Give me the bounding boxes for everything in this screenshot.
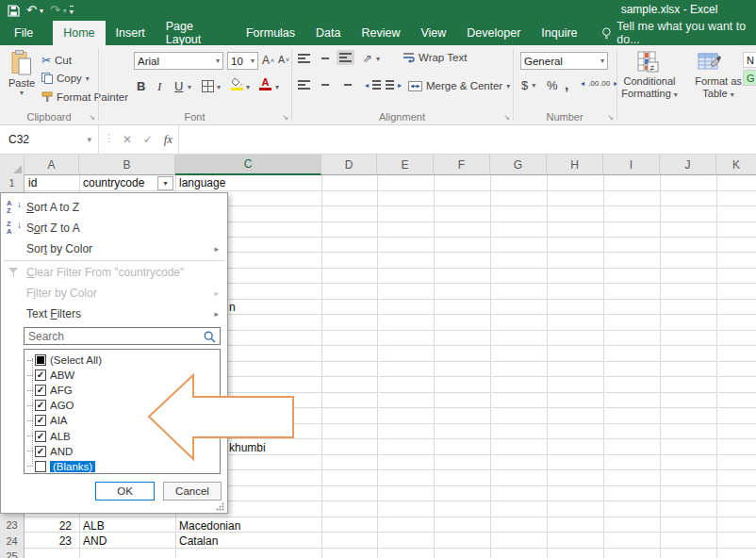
cell-style-good[interactable]: G [743, 70, 756, 86]
paste-button[interactable]: Paste ▾ [4, 50, 40, 120]
number-format-dropdown-icon[interactable]: ▾ [600, 57, 604, 65]
font-size-combo[interactable]: 10 ▾ [227, 52, 258, 70]
cell-c23[interactable]: Macedonian [179, 518, 240, 534]
tab-formulas[interactable]: Formulas [236, 21, 305, 45]
insert-function-icon[interactable]: fx [164, 132, 173, 147]
menu-item-sort-by-color[interactable]: Sort by Color ▸ [2, 238, 226, 259]
menu-item-sort-z-to-a[interactable]: ZA↓ Sort Z to A [2, 218, 226, 238]
cut-button[interactable]: ✂ Cut [41, 54, 72, 67]
merge-center-button[interactable]: Merge & Center ▾ [408, 80, 510, 91]
decrease-decimal-button[interactable]: .00▸ [600, 79, 617, 88]
column-header-c[interactable]: C [175, 155, 321, 175]
decrease-indent-button[interactable]: ◂ [365, 80, 381, 90]
top-align-button[interactable] [298, 54, 310, 63]
select-all-corner[interactable] [0, 155, 25, 175]
menu-item-sort-a-to-z[interactable]: AZ↓ Sort A to Z [2, 197, 226, 218]
filter-item-select-all[interactable]: (Select All) [25, 353, 220, 368]
customize-qat-icon[interactable]: ▾ [70, 6, 74, 16]
tell-me-box[interactable]: Tell me what you want to do... [601, 21, 756, 45]
checkbox-select-all[interactable] [35, 354, 46, 366]
fill-color-button[interactable] [231, 77, 243, 90]
copy-button[interactable]: Copy ▾ [41, 73, 90, 84]
column-header-f[interactable]: F [434, 155, 490, 175]
cell-c24[interactable]: Catalan [179, 533, 218, 550]
row-header-25[interactable]: 25 [0, 549, 24, 558]
tab-home[interactable]: Home [53, 21, 105, 45]
cell-b23[interactable]: ALB [83, 518, 105, 534]
countrycode-filter-button[interactable]: ▾ [157, 176, 173, 190]
number-dialog-launcher-icon[interactable]: ↘ [607, 113, 614, 122]
currency-dropdown-icon[interactable]: ▾ [532, 81, 535, 90]
column-header-i[interactable]: I [603, 155, 660, 175]
checkbox-alb[interactable]: ✓ [35, 431, 46, 442]
underline-dropdown-icon[interactable]: ▾ [188, 83, 191, 91]
undo-icon[interactable]: ↶ [26, 2, 37, 19]
bottom-align-button[interactable] [337, 50, 354, 65]
cell-c1[interactable]: language [179, 175, 225, 191]
align-right-button[interactable] [339, 80, 352, 90]
undo-dropdown-icon[interactable]: ▾ [40, 7, 43, 15]
filter-item-blanks[interactable]: (Blanks) [25, 459, 220, 474]
bold-button[interactable]: B [137, 79, 145, 93]
column-header-d[interactable]: D [321, 155, 377, 175]
resize-grip[interactable] [216, 502, 224, 511]
row-header-1[interactable]: 1 [0, 175, 24, 191]
paste-dropdown-icon[interactable]: ▾ [4, 89, 40, 97]
column-header-a[interactable]: A [25, 155, 79, 175]
filter-search-box[interactable] [24, 327, 221, 345]
conditional-formatting-button[interactable]: Conditional Formatting ▾ [616, 75, 682, 101]
clipboard-dialog-launcher-icon[interactable]: ↘ [89, 113, 95, 122]
orientation-button[interactable]: ⇗▾ [363, 52, 380, 65]
column-header-b[interactable]: B [79, 155, 175, 175]
cancel-entry-icon[interactable]: ✕ [123, 133, 132, 146]
middle-align-button[interactable] [319, 54, 331, 63]
tab-inquire[interactable]: Inquire [531, 21, 587, 45]
cell-a24[interactable]: 23 [25, 533, 75, 550]
formula-input[interactable] [179, 125, 756, 154]
currency-button[interactable]: $▾ [521, 78, 535, 92]
font-dialog-launcher-icon[interactable]: ↘ [282, 113, 288, 122]
align-left-button[interactable] [298, 80, 310, 90]
font-color-dropdown-icon[interactable]: ▾ [275, 83, 279, 91]
filter-search-input[interactable] [25, 328, 204, 344]
font-color-button[interactable]: A [259, 77, 271, 90]
increase-indent-button[interactable]: ▸ [386, 80, 402, 90]
increase-decimal-button[interactable]: ◂.00 [581, 79, 599, 88]
save-icon[interactable] [8, 5, 20, 17]
checkbox-blanks[interactable] [35, 461, 46, 472]
font-size-dropdown-icon[interactable]: ▾ [251, 57, 255, 65]
name-box-dropdown-icon[interactable]: ▾ [87, 135, 91, 144]
fill-color-dropdown-icon[interactable]: ▾ [246, 83, 250, 91]
cell-b24[interactable]: AND [83, 533, 107, 550]
tab-data[interactable]: Data [305, 21, 351, 45]
tab-insert[interactable]: Insert [106, 21, 156, 45]
cell-a23[interactable]: 22 [25, 518, 75, 534]
ok-button[interactable]: OK [95, 482, 155, 501]
cell-a1[interactable]: id [28, 175, 37, 191]
checkbox-afg[interactable]: ✓ [35, 385, 46, 396]
font-name-dropdown-icon[interactable]: ▾ [216, 57, 220, 65]
column-header-e[interactable]: E [377, 155, 434, 175]
row-header-23[interactable]: 23 [0, 517, 24, 533]
formula-bar-grip[interactable]: ⋮ [104, 132, 114, 144]
grow-font-button[interactable]: A˄ [262, 54, 274, 67]
cell-style-normal[interactable]: N [743, 52, 756, 68]
menu-item-text-filters[interactable]: Text Filters ▸ [2, 304, 226, 324]
copy-dropdown-icon[interactable]: ▾ [86, 74, 90, 83]
borders-button[interactable] [202, 80, 214, 92]
column-header-h[interactable]: H [547, 155, 603, 175]
tab-page-layout[interactable]: Page Layout [156, 21, 236, 45]
shrink-font-button[interactable]: A˅ [278, 54, 289, 65]
checkbox-abw[interactable]: ✓ [35, 369, 46, 381]
row-header-24[interactable]: 24 [0, 533, 24, 550]
orientation-dropdown-icon[interactable]: ▾ [376, 55, 380, 63]
cancel-button[interactable]: Cancel [163, 482, 222, 501]
italic-button[interactable]: I [157, 79, 161, 94]
tab-developer[interactable]: Developer [456, 21, 531, 45]
search-icon[interactable] [204, 331, 216, 343]
merge-center-dropdown-icon[interactable]: ▾ [506, 82, 510, 90]
number-format-combo[interactable]: General ▾ [520, 52, 608, 70]
column-header-k[interactable]: K [716, 155, 756, 175]
wrap-text-button[interactable]: Wrap Text [403, 52, 467, 63]
tab-view[interactable]: View [410, 21, 456, 45]
